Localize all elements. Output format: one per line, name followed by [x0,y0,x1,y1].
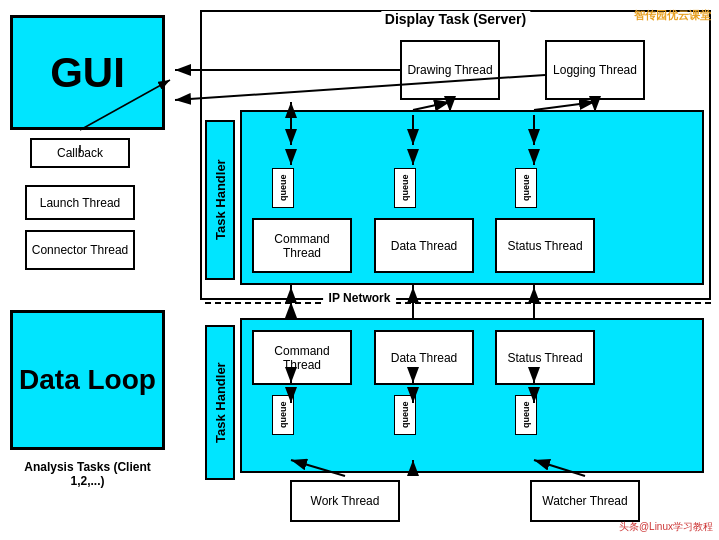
gui-box: GUI [10,15,165,130]
drawing-thread-label: Drawing Thread [407,63,492,77]
task-handler-bottom: Task Handler [205,325,235,480]
work-thread-box: Work Thread [290,480,400,522]
drawing-thread-box: Drawing Thread [400,40,500,100]
status-thread-bottom-label: Status Thread [507,351,582,365]
task-handler-top: Task Handler [205,120,235,280]
status-thread-top: Status Thread [495,218,595,273]
analysis-box: Data Loop [10,310,165,450]
logging-thread-box: Logging Thread [545,40,645,100]
task-handler-top-label: Task Handler [213,160,228,241]
queue-box-data-top: queue [394,168,416,208]
command-thread-top: Command Thread [252,218,352,273]
watcher-thread-label: Watcher Thread [542,494,627,508]
watermark2: 头条@Linux学习教程 [619,520,713,534]
queue-box-status-top: queue [515,168,537,208]
analysis-label: Data Loop [19,363,156,397]
command-thread-bottom: Command Thread [252,330,352,385]
command-thread-bottom-label: Command Thread [254,344,350,372]
watermark1: 智传园优云课堂 [634,8,711,23]
status-thread-top-label: Status Thread [507,239,582,253]
callback-label: Callback [57,146,103,160]
queue-box-cmd-bottom: queue [272,395,294,435]
data-thread-bottom-label: Data Thread [391,351,458,365]
inner-bottom-area: Command Thread Data Thread Status Thread… [240,318,704,473]
display-task-label: Display Task (Server) [381,11,530,27]
task-handler-bottom-label: Task Handler [213,362,228,443]
queue-box-data-bottom: queue [394,395,416,435]
queue-box-status-bottom: queue [515,395,537,435]
logging-thread-label: Logging Thread [553,63,637,77]
connector-thread-box: Connector Thread [25,230,135,270]
launch-thread-label: Launch Thread [40,196,121,210]
gui-label: GUI [50,49,125,97]
command-thread-top-label: Command Thread [254,232,350,260]
connector-thread-label: Connector Thread [32,243,129,257]
callback-box: Callback [30,138,130,168]
data-thread-bottom: Data Thread [374,330,474,385]
ip-network-label: IP Network [323,291,397,305]
queue-box-cmd-top: queue [272,168,294,208]
work-thread-label: Work Thread [311,494,380,508]
ip-network-line [205,302,711,304]
diagram: 智传园优云课堂 头条@Linux学习教程 Display Task (Serve… [0,0,719,540]
inner-top-area: Command Thread Data Thread Status Thread… [240,110,704,285]
data-thread-top-label: Data Thread [391,239,458,253]
launch-thread-box: Launch Thread [25,185,135,220]
watcher-thread-box: Watcher Thread [530,480,640,522]
data-thread-top: Data Thread [374,218,474,273]
status-thread-bottom: Status Thread [495,330,595,385]
analysis-tasks-text: Analysis Tasks (Client 1,2,...) [10,460,165,488]
